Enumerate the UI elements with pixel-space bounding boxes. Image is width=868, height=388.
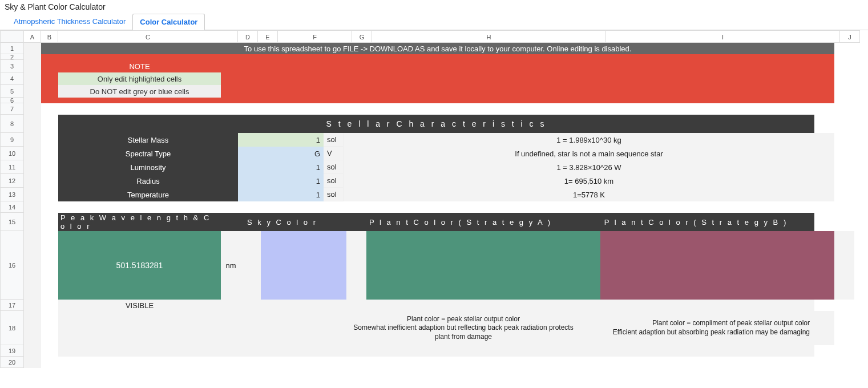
col-header-D[interactable]: D <box>238 30 258 43</box>
note-line1: Only edit highlighted cells <box>58 72 221 85</box>
col-header-F[interactable]: F <box>278 30 352 43</box>
stellar-mass-desc: 1 = 1.989x10^30 kg <box>344 133 834 147</box>
radius-label: Radius <box>58 174 238 188</box>
temperature-desc: 1=5778 K <box>344 188 834 201</box>
col-header-E[interactable]: E <box>258 30 278 43</box>
stellar-mass-value[interactable]: 1 <box>238 133 324 147</box>
sky-header: S k y C o l o r <box>221 213 344 231</box>
row-header-4[interactable]: 4 <box>0 72 24 85</box>
radius-value[interactable]: 1 <box>238 174 324 188</box>
spectral-type-desc: If undefined, star is not a main sequenc… <box>344 147 834 160</box>
row-headers: 1 2 3 4 5 6 7 8 9 10 11 12 13 14 15 16 1… <box>0 43 24 368</box>
col-header-I[interactable]: I <box>606 30 840 43</box>
select-all-corner[interactable] <box>0 30 24 43</box>
sky-color-swatch <box>261 231 346 300</box>
cells-area[interactable]: To use this spreadsheet to go FILE -> DO… <box>24 43 854 368</box>
row-header-15[interactable]: 15 <box>0 213 24 231</box>
note-line2: Do NOT edit grey or blue cells <box>58 85 221 98</box>
col-header-G[interactable]: G <box>352 30 372 43</box>
col-header-H[interactable]: H <box>372 30 606 43</box>
row-header-5[interactable]: 5 <box>0 85 24 98</box>
row-header-16[interactable]: 16 <box>0 231 24 300</box>
radius-desc: 1= 695,510 km <box>344 174 834 188</box>
row-header-13[interactable]: 13 <box>0 188 24 201</box>
row-header-7[interactable]: 7 <box>0 103 24 115</box>
col-header-B[interactable]: B <box>41 30 58 43</box>
stellar-mass-unit: sol <box>324 133 344 147</box>
plantA-desc: Plant color = peak stellar output color … <box>346 311 580 345</box>
peak-header: P e a k W a v e l e n g t h & C o l o r <box>58 213 221 231</box>
plantB-header: P l a n t C o l o r ( S t r a t e g y B … <box>578 213 814 231</box>
peak-visible: VISIBLE <box>58 300 221 311</box>
spectral-type-value[interactable]: G <box>238 147 324 160</box>
spectral-type-label: Spectral Type <box>58 147 238 160</box>
row-header-6[interactable]: 6 <box>0 98 24 103</box>
col-header-C[interactable]: C <box>58 30 238 43</box>
row-header-8[interactable]: 8 <box>0 115 24 133</box>
row-header-20[interactable]: 20 <box>0 357 24 368</box>
tab-thickness[interactable]: Atmopsheric Thickness Calculator <box>7 14 132 30</box>
stellar-header: S t e l l a r C h a r a c t e r i s t i … <box>58 115 814 133</box>
luminosity-label: Luminosity <box>58 160 238 174</box>
plantB-color-swatch <box>600 231 834 300</box>
app-title: Sky & Plant Color Calculator <box>0 0 868 14</box>
row-header-2[interactable]: 2 <box>0 54 24 60</box>
col-header-J[interactable]: J <box>840 30 860 43</box>
luminosity-value[interactable]: 1 <box>238 160 324 174</box>
row-header-11[interactable]: 11 <box>0 160 24 174</box>
radius-unit: sol <box>324 174 344 188</box>
peak-wavelength-value: 501.5183281 <box>58 231 221 300</box>
download-banner: To use this spreadsheet to go FILE -> DO… <box>41 43 834 54</box>
spectral-type-unit: V <box>324 147 344 160</box>
sheet-tabs: Atmopsheric Thickness Calculator Color C… <box>0 14 868 30</box>
temperature-value[interactable]: 1 <box>238 188 324 201</box>
plantA-color-swatch <box>366 231 600 300</box>
plantA-header: P l a n t C o l o r ( S t r a t e g y A … <box>344 213 578 231</box>
row-header-14[interactable]: 14 <box>0 201 24 213</box>
luminosity-unit: sol <box>324 160 344 174</box>
row-header-12[interactable]: 12 <box>0 174 24 188</box>
plantB-desc: Plant color = compliment of peak stellar… <box>580 311 814 345</box>
row-header-3[interactable]: 3 <box>0 60 24 72</box>
row-header-10[interactable]: 10 <box>0 147 24 160</box>
peak-unit: nm <box>221 231 241 300</box>
temperature-unit: sol <box>324 188 344 201</box>
note-title: NOTE <box>58 60 221 72</box>
luminosity-desc: 1 = 3.828×10^26 W <box>344 160 834 174</box>
tab-color[interactable]: Color Calculator <box>132 14 205 30</box>
stellar-mass-label: Stellar Mass <box>58 133 238 147</box>
col-header-A[interactable]: A <box>24 30 41 43</box>
row-header-19[interactable]: 19 <box>0 345 24 357</box>
row-header-17[interactable]: 17 <box>0 300 24 311</box>
row-header-9[interactable]: 9 <box>0 133 24 147</box>
temperature-label: Temperature <box>58 188 238 201</box>
row-header-18[interactable]: 18 <box>0 311 24 345</box>
row-header-1[interactable]: 1 <box>0 43 24 54</box>
